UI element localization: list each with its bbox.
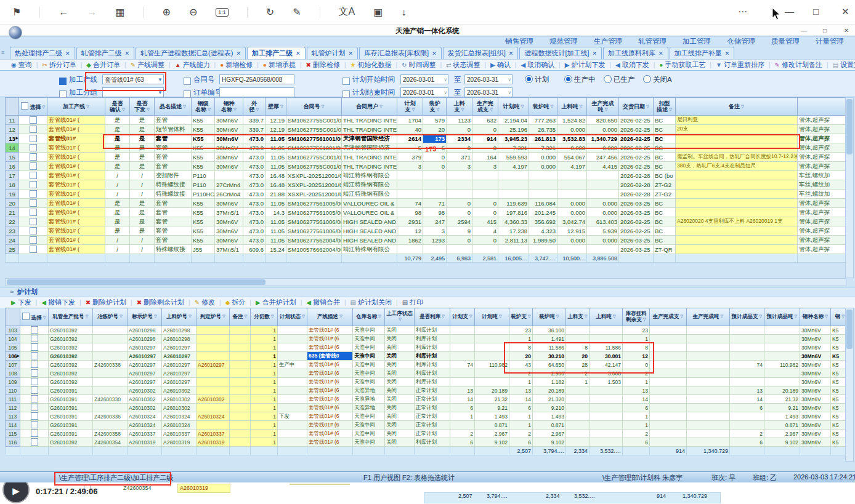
column-header-上料支[interactable]: 上料支▽ bbox=[447, 98, 472, 116]
table-row-105[interactable]: 105G26010392A26010297A260102971套管线01# (6… bbox=[6, 343, 847, 352]
cell-issued[interactable]: 是 bbox=[130, 226, 155, 236]
cell-feed[interactable]: A26010324 bbox=[162, 421, 197, 430]
cell-smelt[interactable] bbox=[93, 378, 128, 386]
cell-p_pcs[interactable]: 74 bbox=[397, 199, 423, 208]
filter-icon[interactable]: ▽ bbox=[399, 317, 402, 321]
cell-f_t[interactable] bbox=[529, 245, 557, 254]
cell-date[interactable]: 2026-03-25 bbox=[619, 199, 654, 208]
时间调整-button[interactable]: ↻时间调整 bbox=[402, 60, 436, 70]
cell-d_pcs[interactable]: 0 bbox=[472, 236, 498, 245]
cell-p_t[interactable]: 21.32 bbox=[475, 395, 509, 404]
cell-steel[interactable]: 30Mn6V bbox=[215, 143, 243, 153]
cell-f_t[interactable]: 0.000 bbox=[529, 153, 557, 162]
column-header-钢[interactable]: 钢▽ bbox=[831, 308, 847, 326]
cell-d_t[interactable] bbox=[687, 361, 730, 369]
cell-e_t[interactable] bbox=[764, 343, 800, 352]
cell-up[interactable]: 关闭 bbox=[385, 421, 415, 430]
cell-d_pcs[interactable] bbox=[650, 386, 687, 395]
cell-line[interactable]: 套管线01# (6 bbox=[307, 378, 353, 386]
menu-item-仓储管理[interactable]: 仓储管理 bbox=[727, 37, 755, 46]
cell-f_t[interactable] bbox=[529, 171, 557, 180]
cell-wt[interactable]: 11.05 bbox=[265, 236, 286, 245]
row-checkbox[interactable] bbox=[19, 245, 47, 254]
cell-customer[interactable]: THL TRADING INTE bbox=[342, 162, 397, 171]
plan-table-hscrollbar[interactable] bbox=[5, 278, 846, 286]
cell-ded[interactable]: BC bbox=[654, 199, 676, 208]
cell-p_t[interactable]: 1.493 bbox=[475, 412, 509, 421]
cell-f_t[interactable]: 116.084 bbox=[529, 199, 557, 208]
column-header-合同用户[interactable]: 合同用户▽ bbox=[342, 98, 397, 116]
cell-product[interactable]: 套管 bbox=[155, 116, 192, 125]
cell-e_pcs[interactable] bbox=[730, 369, 764, 378]
cell-product[interactable]: 套管 bbox=[155, 199, 192, 208]
cell-issued[interactable]: / bbox=[130, 190, 155, 199]
cell-issued[interactable]: / bbox=[130, 236, 155, 245]
cell-feed[interactable]: A26010319 bbox=[162, 438, 197, 447]
table-row-23[interactable]: 23套管线01# (是是套管K5530Mn6V473.011.05SM10627… bbox=[6, 226, 847, 236]
cell-remain[interactable]: 23 bbox=[623, 326, 650, 335]
cell-customer[interactable]: THL TRADING INTE bbox=[342, 116, 397, 125]
cell-judge[interactable]: A26010302 bbox=[197, 395, 230, 404]
filter-icon[interactable]: ▽ bbox=[643, 317, 646, 321]
filter-icon[interactable]: ▽ bbox=[585, 314, 588, 318]
cell-batch[interactable]: G26010392 bbox=[49, 369, 93, 378]
cell-u_t[interactable]: 0.000 bbox=[557, 208, 587, 217]
cell-batch[interactable]: G26010391 bbox=[49, 404, 93, 412]
cell-d_t[interactable]: 5.939 bbox=[587, 226, 619, 236]
cell-od[interactable]: 609.6 bbox=[243, 245, 265, 254]
cell-issued[interactable]: 是 bbox=[130, 217, 155, 226]
tab-close-icon[interactable]: ✕ bbox=[236, 50, 241, 57]
menu-item-生产管理[interactable]: 生产管理 bbox=[594, 37, 622, 46]
column-header-上料吨[interactable]: 上料吨▽ bbox=[557, 98, 587, 116]
设置完成-button[interactable]: ▤设置完成 bbox=[832, 60, 855, 70]
cell-lab[interactable]: A26010302 bbox=[128, 395, 162, 404]
订单重新排序-button[interactable]: ▼订单重新排序 bbox=[716, 60, 764, 70]
确认-button[interactable]: ▶确认 bbox=[490, 60, 511, 70]
cell-f_t[interactable]: 30.210 bbox=[533, 352, 566, 361]
cell-confirm[interactable]: 是 bbox=[105, 134, 130, 143]
filter-icon[interactable]: ▽ bbox=[378, 314, 381, 318]
filter-icon[interactable]: ▽ bbox=[188, 314, 192, 318]
column-header-判定炉号[interactable]: 判定炉号▽ bbox=[197, 308, 230, 326]
filter-icon[interactable]: ▽ bbox=[759, 314, 762, 318]
cell-steel[interactable]: 30Mn6V bbox=[800, 335, 831, 343]
cell-batch[interactable]: G26010391 bbox=[49, 430, 93, 438]
合并订单-button[interactable]: ◆合并订单 bbox=[86, 60, 120, 70]
cell-u_t[interactable]: 42.147 bbox=[590, 361, 623, 369]
cell-e_pcs[interactable]: 2 bbox=[730, 430, 764, 438]
cell-customer[interactable]: 天津钢管国际经济 bbox=[342, 143, 397, 153]
cell-u_pcs[interactable] bbox=[566, 438, 590, 447]
cell-u_pcs[interactable]: 2594 bbox=[447, 217, 472, 226]
cell-batch[interactable]: G26010391 bbox=[49, 421, 93, 430]
cell-line[interactable]: 套管线01# ( bbox=[47, 208, 105, 217]
table-row-11[interactable]: 11套管线01# (是是套管K5530Mn6V339.712.19SM10627… bbox=[6, 116, 847, 125]
cell-d_pcs[interactable]: 0 bbox=[472, 143, 498, 153]
cell-lab[interactable]: A26010297 bbox=[128, 343, 162, 352]
cell-grade[interactable]: K5 bbox=[831, 352, 847, 361]
cell-smelt[interactable] bbox=[93, 369, 128, 378]
新增承揽-button[interactable]: ●新增承揽 bbox=[263, 60, 296, 70]
cell-d_pcs[interactable] bbox=[650, 412, 687, 421]
cell-u_pcs[interactable] bbox=[447, 190, 472, 199]
cell-lab[interactable]: A26010302 bbox=[128, 404, 162, 412]
cell-d_t[interactable] bbox=[687, 335, 730, 343]
cell-d_pcs[interactable]: 4 bbox=[472, 226, 498, 236]
cell-wt[interactable]: 12.19 bbox=[265, 116, 286, 125]
cell-product[interactable]: 特殊螺纹接 bbox=[155, 180, 192, 190]
cell-line[interactable]: 套管线01# (6 bbox=[307, 369, 353, 378]
cell-f_t[interactable]: 26.735 bbox=[529, 125, 557, 134]
cell-p_t[interactable] bbox=[475, 335, 509, 343]
cell-p_t[interactable]: 3,945.23 bbox=[498, 134, 529, 143]
table-row-103[interactable]: 103G26010392A26010298A260102981套管线01# (6… bbox=[6, 326, 847, 335]
cell-extra[interactable]: 车丝,螺纹加 bbox=[798, 171, 847, 180]
cell-status[interactable] bbox=[278, 369, 307, 378]
cell-f_t[interactable]: 11.586 bbox=[533, 343, 566, 352]
cell-feed[interactable]: A26010324 bbox=[162, 412, 197, 421]
cell-batch[interactable]: G26010392 bbox=[49, 438, 93, 447]
cell-judge[interactable] bbox=[197, 369, 230, 378]
cell-wt[interactable]: 11.05 bbox=[265, 226, 286, 236]
table-row-17[interactable]: 17套管线01# (//变扣附件P110473.016.48XSXPL-2025… bbox=[6, 171, 847, 180]
初始化数据-button[interactable]: ★初始化数据 bbox=[350, 60, 391, 70]
cell-contract[interactable]: SM10627755C001/003 bbox=[286, 116, 342, 125]
column-header-是否确认[interactable]: 是否确认▽ bbox=[105, 98, 130, 116]
